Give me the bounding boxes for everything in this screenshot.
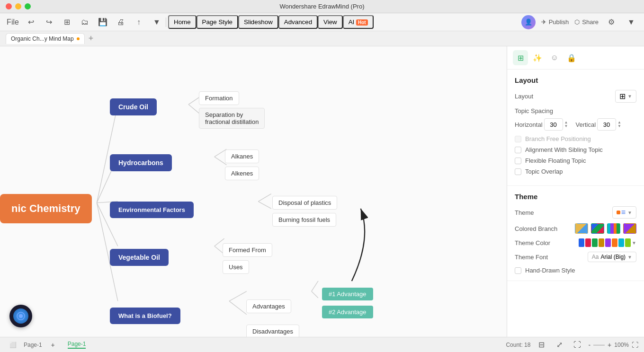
undo-button[interactable]: ↩ (24, 16, 38, 28)
svg-point-19 (19, 314, 23, 318)
leaf-formed-from[interactable]: Formed From (223, 243, 272, 257)
branch-hydrocarbons[interactable]: Hydrocarbons (110, 154, 172, 171)
leaf-sep-distillation[interactable]: Separation byfractional distillation (199, 108, 265, 129)
font-select[interactable]: Aa Arial (Big) ▼ (588, 252, 636, 262)
panel-tab-face[interactable]: ☺ (547, 50, 562, 65)
leaf-alkenes[interactable]: Alkenes (225, 167, 259, 180)
more-settings-button[interactable]: ▼ (624, 16, 638, 28)
save-button[interactable]: 💾 (96, 16, 110, 28)
layout-section: Layout Layout ⊞ ▼ Topic Spacing Horizont… (507, 70, 644, 186)
multipage-button[interactable]: ⊟ (534, 339, 548, 351)
zoom-expand-button[interactable]: ⛶ (632, 341, 638, 349)
root-node[interactable]: nic Chemistry (0, 194, 92, 223)
tab-mindmap[interactable]: Organic Ch...y Mind Map (6, 33, 85, 44)
minimize-button[interactable] (15, 3, 21, 9)
new-window-button[interactable]: ⊞ (60, 16, 74, 28)
color-dot-7 (618, 238, 624, 247)
alignment-sibling-row: Alignment With Sibling Topic (515, 146, 636, 153)
share-button[interactable]: ⬡ Share (574, 18, 599, 26)
h-spinner[interactable]: ▲ ▼ (564, 121, 568, 128)
horizontal-input[interactable] (544, 118, 563, 131)
menubar: File ↩ ↪ ⊞ 🗂 💾 🖨 ↑ ▼ Home Page Style Sli… (0, 13, 644, 31)
theme-color-label: Theme Color (515, 239, 550, 246)
titlebar: Wondershare EdrawMind (Pro) (0, 0, 644, 13)
font-chevron-icon: ▼ (627, 255, 632, 260)
leaf-disadvantages[interactable]: Disadvantages (246, 325, 299, 337)
leaf-disposal-plastics[interactable]: Disposal of plastics (272, 196, 337, 210)
file-menu[interactable]: File (6, 16, 20, 28)
layout-select[interactable]: ⊞ ▼ (615, 90, 636, 103)
canvas[interactable]: nic Chemistry Crude Oil Formation Separa… (0, 46, 507, 337)
fit-button[interactable]: ⤢ (552, 339, 566, 351)
branch-free-checkbox[interactable] (515, 136, 521, 142)
tab-dot (77, 37, 80, 40)
active-page-name[interactable]: Page-1 (68, 341, 86, 349)
svg-line-16 (312, 291, 318, 298)
vertical-input[interactable] (597, 118, 616, 131)
add-page-button[interactable]: + (46, 339, 60, 351)
layout-row: Layout ⊞ ▼ (515, 90, 636, 103)
leaf-alkanes[interactable]: Alkanes (225, 150, 259, 163)
alignment-sibling-checkbox[interactable] (515, 147, 521, 153)
topic-overlap-checkbox[interactable] (515, 168, 521, 175)
bottombar: ⬜ Page-1 + Page-1 Count: 18 ⊟ ⤢ ⛶ - —— +… (0, 337, 644, 352)
print-button[interactable]: 🖨 (114, 16, 128, 28)
settings-button[interactable]: ⚙ (604, 16, 618, 28)
ai-assistant-bubble[interactable] (9, 305, 32, 327)
branch-env-factors[interactable]: Environmental Factors (110, 202, 194, 218)
leaf-advantage-2[interactable]: #2 Advantage (322, 306, 373, 318)
leaf-uses[interactable]: Uses (223, 260, 249, 274)
panel-tab-layout[interactable]: ⊞ (513, 50, 528, 65)
theme-select[interactable]: ≡ ▼ (612, 206, 636, 219)
flexible-floating-checkbox[interactable] (515, 158, 521, 164)
zoom-plus-button[interactable]: + (608, 341, 611, 349)
swatch-3[interactable] (607, 223, 620, 234)
h-down[interactable]: ▼ (564, 124, 568, 128)
svg-line-14 (229, 301, 247, 314)
leaf-advantage-1[interactable]: #1 Advantage (322, 288, 373, 300)
toolbar-right: 👤 ✈ Publish ⬡ Share ⚙ ▼ (521, 15, 638, 29)
ai-badge: Hot (356, 19, 368, 26)
app-title: Wondershare EdrawMind (Pro) (280, 3, 365, 10)
close-button[interactable] (6, 3, 12, 9)
hand-drawn-label: Hand-Drawn Style (525, 267, 575, 274)
theme-color-picker[interactable]: ▼ (579, 238, 636, 247)
svg-line-15 (312, 281, 318, 291)
swatch-2[interactable] (591, 223, 604, 234)
view-menu[interactable]: View (318, 15, 343, 29)
color-dot-4 (599, 238, 604, 247)
swatch-4[interactable] (623, 223, 636, 234)
home-menu[interactable]: Home (168, 15, 197, 29)
panel-tab-style[interactable]: ✨ (530, 50, 545, 65)
advanced-menu[interactable]: Advanced (278, 15, 318, 29)
leaf-formation[interactable]: Formation (199, 91, 239, 105)
export-button[interactable]: ↑ (132, 16, 146, 28)
add-tab-button[interactable]: + (89, 34, 94, 44)
panel-tab-shield[interactable]: 🔒 (564, 50, 579, 65)
open-button[interactable]: 🗂 (78, 16, 92, 28)
theme-font-row: Theme Font Aa Arial (Big) ▼ (515, 252, 636, 262)
zoom-minus-button[interactable]: - (588, 341, 590, 349)
swatch-1[interactable] (575, 223, 588, 234)
page-panel-button[interactable]: ⬜ (6, 339, 20, 351)
branch-vegetable-oil[interactable]: Vegetable Oil (110, 249, 169, 266)
publish-icon: ✈ (541, 18, 546, 26)
publish-button[interactable]: ✈ Publish (541, 18, 569, 26)
v-spinner[interactable]: ▲ ▼ (617, 121, 621, 128)
maximize-button[interactable] (25, 3, 31, 9)
window-controls[interactable] (6, 3, 31, 9)
page-style-menu[interactable]: Page Style (197, 15, 238, 29)
ai-menu[interactable]: AI Hot (343, 15, 374, 29)
v-down[interactable]: ▼ (617, 124, 621, 128)
leaf-advantages[interactable]: Advantages (246, 299, 291, 313)
main-area: nic Chemistry Crude Oil Formation Separa… (0, 46, 644, 337)
more-button[interactable]: ▼ (150, 16, 164, 28)
redo-button[interactable]: ↪ (42, 16, 56, 28)
fullscreen-button[interactable]: ⛶ (570, 339, 584, 351)
branch-biofuel[interactable]: What is a Biofuel? (110, 308, 180, 324)
slideshow-menu[interactable]: Slideshow (238, 15, 278, 29)
branch-free-row: Branch Free Positioning (515, 135, 636, 142)
hand-drawn-checkbox[interactable] (515, 267, 521, 274)
leaf-burning-fossil[interactable]: Burning fossil fuels (272, 213, 336, 227)
branch-crude-oil[interactable]: Crude Oil (110, 98, 157, 115)
